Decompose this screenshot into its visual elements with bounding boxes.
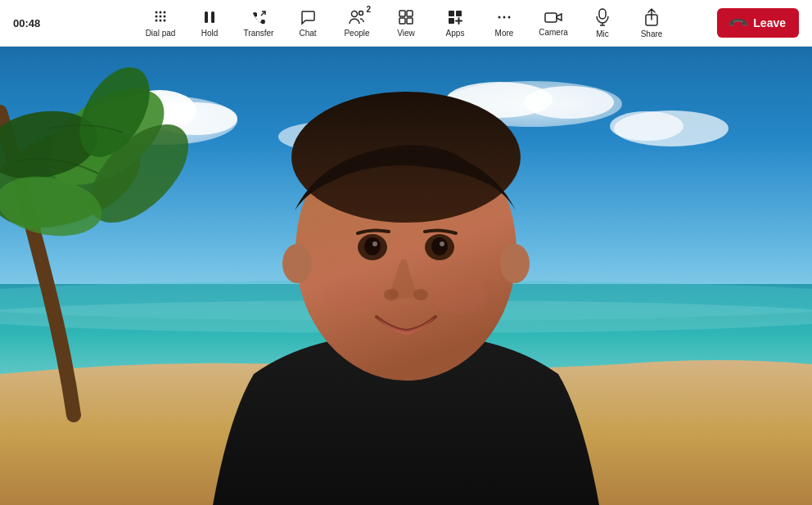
- app: 00:48 Dial pad: [0, 0, 812, 505]
- svg-rect-17: [449, 11, 454, 16]
- mic-button[interactable]: Mic: [580, 3, 625, 43]
- beach-scene: [0, 47, 812, 505]
- svg-rect-23: [545, 13, 557, 22]
- apps-button[interactable]: Apps: [432, 3, 478, 43]
- people-icon: 2: [348, 9, 366, 28]
- video-background: [0, 47, 812, 505]
- svg-point-55: [431, 237, 448, 255]
- svg-rect-16: [407, 18, 413, 24]
- more-button[interactable]: More: [481, 3, 527, 43]
- camera-icon: [544, 10, 562, 27]
- camera-button[interactable]: Camera: [530, 3, 576, 43]
- leave-button[interactable]: 📞 Leave: [717, 8, 799, 38]
- svg-rect-15: [399, 18, 405, 24]
- svg-point-58: [384, 289, 399, 300]
- people-count-badge: 2: [366, 6, 371, 14]
- svg-point-61: [431, 278, 489, 314]
- toolbar-center: Dial pad Hold: [138, 3, 674, 43]
- svg-point-21: [503, 16, 506, 18]
- svg-rect-9: [205, 11, 208, 23]
- svg-point-60: [323, 278, 381, 314]
- transfer-icon: [250, 9, 267, 28]
- view-button[interactable]: View: [383, 3, 429, 43]
- svg-point-6: [156, 19, 158, 21]
- hold-button[interactable]: Hold: [187, 3, 232, 43]
- svg-point-4: [160, 15, 162, 17]
- hold-label: Hold: [201, 29, 219, 38]
- leave-label: Leave: [753, 16, 786, 29]
- apps-label: Apps: [446, 29, 465, 38]
- share-label: Share: [641, 30, 663, 38]
- svg-point-12: [359, 11, 363, 15]
- dialpad-label: Dial pad: [146, 29, 176, 38]
- svg-point-63: [500, 244, 530, 283]
- apps-icon: [447, 9, 463, 28]
- toolbar: 00:48 Dial pad: [0, 0, 812, 47]
- svg-point-0: [156, 11, 158, 13]
- svg-rect-14: [407, 11, 413, 16]
- svg-point-54: [364, 237, 381, 255]
- svg-point-22: [508, 16, 511, 18]
- mic-label: Mic: [596, 30, 609, 38]
- svg-point-56: [372, 241, 377, 246]
- chat-icon: [300, 9, 316, 28]
- svg-point-59: [413, 289, 428, 300]
- dialpad-icon: [152, 9, 169, 28]
- more-icon: [496, 9, 512, 28]
- svg-point-38: [610, 111, 683, 141]
- dialpad-button[interactable]: Dial pad: [138, 3, 183, 43]
- svg-point-20: [498, 16, 501, 18]
- call-timer: 00:48: [13, 17, 52, 29]
- svg-rect-24: [599, 9, 606, 19]
- svg-point-2: [164, 11, 166, 13]
- svg-rect-19: [449, 18, 454, 24]
- camera-label: Camera: [539, 29, 568, 37]
- share-button[interactable]: Share: [629, 3, 674, 43]
- phone-icon: 📞: [728, 11, 751, 34]
- svg-point-36: [524, 86, 614, 119]
- svg-point-1: [160, 11, 162, 13]
- svg-point-8: [164, 19, 166, 21]
- svg-point-7: [160, 19, 162, 21]
- svg-rect-10: [211, 11, 214, 23]
- svg-point-62: [282, 244, 312, 283]
- svg-point-11: [352, 11, 358, 16]
- transfer-label: Transfer: [244, 29, 274, 38]
- svg-rect-13: [399, 11, 405, 16]
- view-label: View: [397, 29, 415, 38]
- view-icon: [398, 9, 414, 28]
- chat-label: Chat: [299, 29, 316, 38]
- svg-point-5: [164, 15, 166, 17]
- more-label: More: [495, 29, 514, 38]
- people-button[interactable]: 2 People: [334, 3, 380, 43]
- chat-button[interactable]: Chat: [285, 3, 331, 43]
- transfer-button[interactable]: Transfer: [236, 3, 282, 43]
- svg-rect-18: [456, 11, 462, 16]
- video-area: [0, 47, 812, 505]
- mic-icon: [595, 8, 610, 29]
- svg-point-3: [156, 15, 158, 17]
- share-icon: [643, 8, 660, 29]
- svg-point-57: [440, 241, 444, 246]
- hold-icon: [201, 9, 218, 28]
- people-label: People: [344, 29, 369, 38]
